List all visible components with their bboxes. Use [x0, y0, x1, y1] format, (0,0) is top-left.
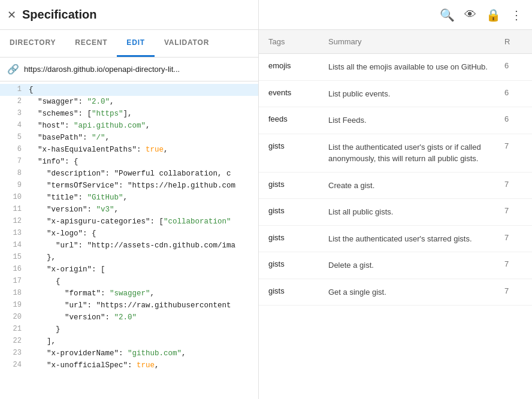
code-line: 11 "version": "v3", — [0, 204, 258, 216]
line-number: 12 — [5, 216, 22, 228]
line-content: "x-providerName": "github.com", — [29, 347, 186, 359]
table-body: emojisLists all the emojis available to … — [259, 54, 532, 399]
table-row[interactable]: eventsList public events.6 — [259, 81, 532, 108]
line-content: "x-apisguru-categories": ["collaboration… — [29, 216, 231, 228]
line-content: "format": "swagger", — [29, 288, 155, 300]
table-row[interactable]: gistsList all public gists.7 — [259, 199, 532, 226]
line-number: 6 — [5, 144, 22, 156]
line-content: }, — [29, 252, 56, 264]
cell-summary: List the authenticated user's gists or i… — [328, 141, 504, 165]
line-content: "description": "Powerful collaboration, … — [29, 168, 231, 180]
line-number: 19 — [5, 300, 22, 312]
line-number: 16 — [5, 264, 22, 276]
cell-tags: emojis — [268, 61, 328, 70]
cell-extra: 7 — [504, 180, 522, 189]
url-bar: 🔗 https://darosh.github.io/openapi-direc… — [0, 58, 258, 81]
table-row[interactable]: gistsDelete a gist.7 — [259, 252, 532, 279]
cell-tags: gists — [268, 180, 328, 189]
table-row[interactable]: gistsList the authenticated user's gists… — [259, 134, 532, 173]
cell-extra: 6 — [504, 88, 522, 97]
cell-extra: 7 — [504, 206, 522, 215]
line-number: 15 — [5, 252, 22, 264]
right-panel: 🔍 👁 🔒 ⋮ Tags Summary R emojisLists all t… — [259, 0, 532, 399]
code-line: 9 "termsOfService": "https://help.github… — [0, 180, 258, 192]
cell-summary: Get a single gist. — [328, 286, 504, 298]
cell-tags: gists — [268, 259, 328, 268]
line-content: "basePath": "/", — [29, 132, 110, 144]
tab-edit[interactable]: EDIT — [117, 30, 155, 57]
line-content: "version": "2.0" — [29, 312, 137, 324]
lock-icon[interactable]: 🔒 — [486, 8, 501, 22]
line-content: ], — [29, 335, 56, 347]
table-row[interactable]: feedsList Feeds.6 — [259, 107, 532, 134]
line-content: { — [29, 276, 61, 288]
tab-validator[interactable]: VALIDATOR — [155, 30, 219, 57]
code-editor[interactable]: 1{2 "swagger": "2.0",3 "schemes": ["http… — [0, 81, 258, 399]
close-button[interactable]: ✕ — [7, 10, 16, 20]
tab-directory[interactable]: DIRECTORY — [0, 30, 65, 57]
code-line: 13 "x-logo": { — [0, 228, 258, 240]
cell-tags: gists — [268, 233, 328, 242]
line-content: "termsOfService": "https://help.github.c… — [29, 180, 235, 192]
cell-extra: 7 — [504, 141, 522, 150]
link-icon: 🔗 — [7, 64, 19, 75]
line-content: "info": { — [29, 156, 78, 168]
code-line: 6 "x-hasEquivalentPaths": true, — [0, 144, 258, 156]
table-row[interactable]: gistsGet a single gist.7 — [259, 279, 532, 306]
code-line: 4 "host": "api.github.com", — [0, 120, 258, 132]
code-line: 17 { — [0, 276, 258, 288]
table-row[interactable]: gistsCreate a gist.7 — [259, 173, 532, 200]
cell-tags: feeds — [268, 114, 328, 123]
table-row[interactable]: gistsList the authenticated user's starr… — [259, 226, 532, 253]
cell-extra: 7 — [504, 233, 522, 242]
table-row[interactable]: emojisLists all the emojis available to … — [259, 54, 532, 81]
code-line: 21 } — [0, 324, 258, 335]
line-content: "host": "api.github.com", — [29, 120, 150, 132]
code-line: 18 "format": "swagger", — [0, 288, 258, 300]
col-header-tags: Tags — [268, 37, 328, 46]
line-content: "x-logo": { — [29, 228, 96, 240]
code-line: 7 "info": { — [0, 156, 258, 168]
code-line: 12 "x-apisguru-categories": ["collaborat… — [0, 216, 258, 228]
line-number: 9 — [5, 180, 22, 192]
col-header-summary: Summary — [328, 37, 504, 46]
tabs-bar: DIRECTORY RECENT EDIT VALIDATOR — [0, 30, 258, 58]
search-icon[interactable]: 🔍 — [440, 8, 455, 22]
tab-recent[interactable]: RECENT — [65, 30, 117, 57]
line-content: { — [29, 84, 34, 96]
line-number: 11 — [5, 204, 22, 216]
cell-summary: Lists all the emojis available to use on… — [328, 61, 504, 73]
line-number: 4 — [5, 120, 22, 132]
cell-summary: List Feeds. — [328, 114, 504, 126]
visibility-icon[interactable]: 👁 — [464, 8, 476, 22]
line-content: "url": "http://assets-cdn.github.com/ima — [29, 240, 235, 252]
line-number: 20 — [5, 312, 22, 324]
more-icon[interactable]: ⋮ — [510, 8, 522, 22]
cell-extra: 7 — [504, 259, 522, 268]
left-panel: ✕ Specification DIRECTORY RECENT EDIT VA… — [0, 0, 259, 399]
cell-summary: List public events. — [328, 88, 504, 100]
line-content: "x-unofficialSpec": true, — [29, 359, 159, 371]
line-number: 21 — [5, 324, 22, 335]
code-line: 2 "swagger": "2.0", — [0, 96, 258, 108]
line-content: "swagger": "2.0", — [29, 96, 114, 108]
line-number: 1 — [5, 84, 22, 96]
code-line: 3 "schemes": ["https"], — [0, 108, 258, 120]
line-content: "x-origin": [ — [29, 264, 105, 276]
cell-tags: gists — [268, 286, 328, 295]
code-line: 8 "description": "Powerful collaboration… — [0, 168, 258, 180]
line-number: 5 — [5, 132, 22, 144]
code-line: 23 "x-providerName": "github.com", — [0, 347, 258, 359]
cell-extra: 6 — [504, 114, 522, 123]
cell-summary: List all public gists. — [328, 206, 504, 218]
cell-extra: 7 — [504, 286, 522, 295]
code-line: 1{ — [0, 84, 258, 96]
code-line: 24 "x-unofficialSpec": true, — [0, 359, 258, 371]
code-line: 19 "url": "https://raw.githubusercontent — [0, 300, 258, 312]
cell-extra: 6 — [504, 61, 522, 70]
code-line: 10 "title": "GitHub", — [0, 192, 258, 204]
table-header: Tags Summary R — [259, 30, 532, 54]
line-content: } — [29, 324, 61, 335]
code-line: 22 ], — [0, 335, 258, 347]
line-content: "x-hasEquivalentPaths": true, — [29, 144, 168, 156]
